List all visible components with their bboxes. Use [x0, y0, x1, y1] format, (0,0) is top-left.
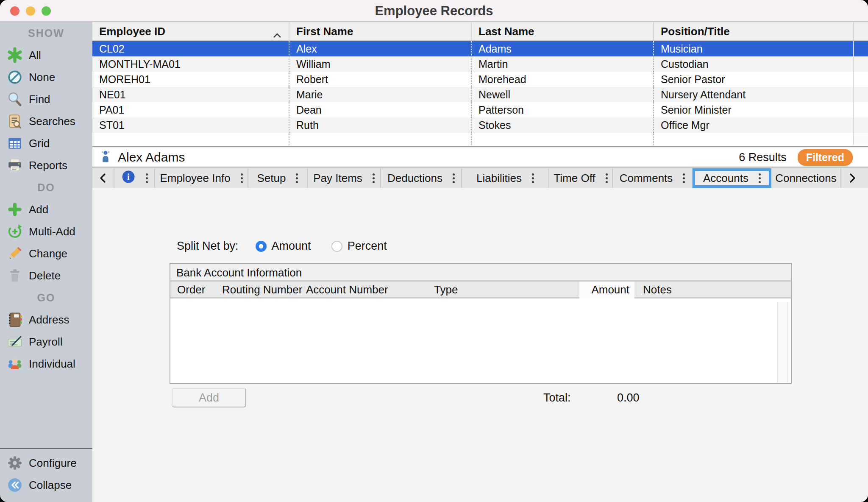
- sidebar-item-label: Change: [29, 247, 67, 260]
- sidebar-item-collapse[interactable]: Collapse: [0, 474, 92, 496]
- tab-menu-icon[interactable]: [373, 177, 375, 179]
- cell-first-name[interactable]: Marie: [289, 87, 471, 102]
- column-header-employee-id[interactable]: Employee ID: [92, 22, 289, 41]
- radio-amount-label[interactable]: Amount: [272, 240, 311, 253]
- tab-time-off[interactable]: Time Off: [549, 168, 613, 188]
- sidebar-item-searches[interactable]: Searches: [0, 110, 92, 132]
- cell-position[interactable]: Custodian: [653, 56, 853, 72]
- table-scrollbar-track[interactable]: [853, 102, 868, 117]
- cell-position[interactable]: Nursery Attendant: [653, 87, 853, 102]
- sidebar-item-address[interactable]: Address: [0, 309, 92, 331]
- table-row[interactable]: PA01 Dean Patterson Senior Minister: [92, 102, 868, 117]
- sidebar-item-label: Find: [29, 93, 50, 106]
- column-header-position-title[interactable]: Position/Title: [653, 22, 853, 41]
- table-scrollbar-track[interactable]: [853, 56, 868, 72]
- tab-accounts[interactable]: Accounts: [693, 168, 771, 188]
- sidebar-item-configure[interactable]: Configure: [0, 452, 92, 474]
- multi-add-icon: [7, 223, 23, 240]
- tab-menu-icon[interactable]: [532, 177, 534, 179]
- table-row[interactable]: CL02 Alex Adams Musician: [92, 41, 868, 56]
- sidebar-item-add[interactable]: Add: [0, 198, 92, 220]
- cell-first-name[interactable]: Alex: [289, 41, 471, 56]
- cell-position[interactable]: Senior Minister: [653, 102, 853, 117]
- table-scrollbar-track[interactable]: [853, 72, 868, 87]
- tab-setup[interactable]: Setup: [248, 168, 308, 188]
- column-header-first-name[interactable]: First Name: [289, 22, 471, 41]
- tab-liabilities[interactable]: Liabilities: [462, 168, 549, 188]
- column-header-order[interactable]: Order: [177, 282, 205, 298]
- add-bank-account-button[interactable]: Add: [172, 388, 246, 407]
- table-scrollbar-track[interactable]: [853, 117, 868, 133]
- cell-first-name[interactable]: William: [289, 56, 471, 72]
- tab-menu-icon[interactable]: [453, 177, 455, 179]
- table-scrollbar-track[interactable]: [853, 87, 868, 102]
- cell-last-name[interactable]: Newell: [471, 87, 653, 102]
- column-header-amount[interactable]: Amount: [579, 282, 634, 298]
- tab-menu-icon[interactable]: [759, 177, 761, 179]
- sidebar-item-multi-add[interactable]: Multi-Add: [0, 220, 92, 243]
- table-row[interactable]: NE01 Marie Newell Nursery Attendant: [92, 87, 868, 102]
- sidebar-item-find[interactable]: Find: [0, 88, 92, 110]
- cell-employee-id[interactable]: NE01: [92, 87, 289, 102]
- tab-menu-icon[interactable]: [146, 177, 148, 179]
- table-scrollbar-track[interactable]: [853, 41, 868, 56]
- cell-employee-id[interactable]: MONTHLY-MA01: [92, 56, 289, 72]
- sidebar-item-individual[interactable]: Individual: [0, 353, 92, 375]
- cell-first-name[interactable]: Dean: [289, 102, 471, 117]
- tab-deductions[interactable]: Deductions: [381, 168, 462, 188]
- table-empty-row: [92, 133, 868, 145]
- accounts-tab-panel: Split Net by: Amount Percent Bank Accoun…: [92, 188, 868, 502]
- sidebar-item-payroll[interactable]: Payroll: [0, 331, 92, 353]
- cell-last-name[interactable]: Martin: [471, 56, 653, 72]
- sidebar-item-reports[interactable]: Reports: [0, 154, 92, 176]
- cell-employee-id[interactable]: CL02: [92, 41, 289, 56]
- svg-text:i: i: [127, 171, 130, 181]
- table-row[interactable]: MOREH01 Robert Morehead Senior Pastor: [92, 72, 868, 87]
- cell-last-name[interactable]: Morehead: [471, 72, 653, 87]
- column-header-type[interactable]: Type: [434, 282, 458, 298]
- tab-record-info[interactable]: i: [114, 168, 155, 188]
- column-header-last-name[interactable]: Last Name: [471, 22, 653, 41]
- radio-percent[interactable]: [331, 241, 342, 252]
- current-record: Alex Adams: [98, 149, 185, 165]
- cell-first-name[interactable]: Robert: [289, 72, 471, 87]
- cell-last-name[interactable]: Adams: [471, 41, 653, 56]
- tab-employee-info[interactable]: Employee Info: [155, 168, 248, 188]
- tab-comments[interactable]: Comments: [613, 168, 693, 188]
- tab-menu-icon[interactable]: [296, 177, 298, 179]
- asterisk-icon: [7, 47, 23, 63]
- saved-searches-icon: [7, 113, 23, 129]
- cell-employee-id[interactable]: ST01: [92, 117, 289, 133]
- cell-last-name[interactable]: Patterson: [471, 102, 653, 117]
- cell-employee-id[interactable]: PA01: [92, 102, 289, 117]
- printer-icon: [7, 157, 23, 173]
- tab-menu-icon[interactable]: [241, 177, 243, 179]
- cell-last-name[interactable]: Stokes: [471, 117, 653, 133]
- cell-position[interactable]: Senior Pastor: [653, 72, 853, 87]
- sidebar-item-change[interactable]: Change: [0, 243, 92, 265]
- sidebar-item-all[interactable]: All: [0, 44, 92, 66]
- cell-position[interactable]: Office Mgr: [653, 117, 853, 133]
- filtered-badge[interactable]: Filtered: [798, 149, 853, 166]
- column-header-routing-number[interactable]: Routing Number: [222, 282, 302, 298]
- cell-employee-id[interactable]: MOREH01: [92, 72, 289, 87]
- tab-menu-icon[interactable]: [606, 177, 608, 179]
- radio-amount[interactable]: [256, 241, 267, 252]
- table-row[interactable]: MONTHLY-MA01 William Martin Custodian: [92, 56, 868, 72]
- tab-connections[interactable]: Connections: [771, 168, 841, 188]
- tab-pay-items[interactable]: Pay Items: [308, 168, 381, 188]
- sidebar-item-grid[interactable]: Grid: [0, 132, 92, 154]
- table-row[interactable]: ST01 Ruth Stokes Office Mgr: [92, 117, 868, 133]
- tab-menu-icon[interactable]: [683, 177, 685, 179]
- cell-position[interactable]: Musician: [653, 41, 853, 56]
- cell-first-name[interactable]: Ruth: [289, 117, 471, 133]
- sidebar-item-delete[interactable]: Delete: [0, 265, 92, 287]
- tabs-scroll-right-button[interactable]: [841, 168, 863, 188]
- bank-table-scrollbar-track[interactable]: [777, 302, 788, 382]
- column-header-account-number[interactable]: Account Number: [306, 282, 388, 298]
- tabs-scroll-left-button[interactable]: [92, 168, 114, 188]
- sidebar-item-none[interactable]: None: [0, 66, 92, 88]
- gear-icon: [7, 455, 23, 471]
- radio-percent-label[interactable]: Percent: [348, 240, 387, 253]
- column-header-notes[interactable]: Notes: [643, 282, 672, 298]
